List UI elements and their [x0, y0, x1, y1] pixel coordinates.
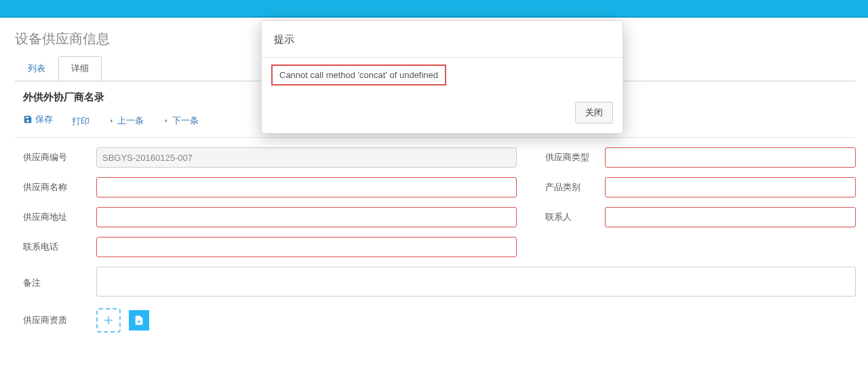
- contact-phone-input[interactable]: [96, 237, 517, 257]
- modal-error-message: Cannot call method 'concat' of undefined: [271, 64, 446, 86]
- contact-person-input[interactable]: [605, 207, 856, 227]
- chevron-left-icon: [108, 117, 115, 124]
- file-plus-icon: [134, 315, 144, 326]
- label-product-cat: 产品类别: [537, 181, 605, 193]
- label-supplier-type: 供应商类型: [537, 151, 605, 164]
- supplier-code-input: [96, 147, 517, 168]
- label-supplier-addr: 供应商地址: [15, 211, 96, 223]
- modal-title: 提示: [262, 21, 623, 58]
- label-supplier-name: 供应商名称: [15, 181, 96, 193]
- print-button[interactable]: 打印: [72, 115, 90, 128]
- supplier-addr-input[interactable]: [96, 207, 517, 227]
- tab-list[interactable]: 列表: [15, 56, 58, 81]
- label-qualification: 供应商资质: [15, 314, 96, 326]
- print-label: 打印: [72, 115, 90, 128]
- prev-button[interactable]: 上一条: [108, 115, 144, 127]
- supplier-type-input[interactable]: [605, 147, 856, 168]
- next-button[interactable]: 下一条: [163, 115, 199, 127]
- top-bar: [0, 0, 868, 18]
- upload-add-button[interactable]: [129, 310, 149, 330]
- label-supplier-code: 供应商编号: [15, 151, 96, 164]
- tab-detail[interactable]: 详细: [58, 56, 102, 81]
- supplier-name-input[interactable]: [96, 177, 517, 197]
- label-contact-phone: 联系电话: [15, 241, 96, 253]
- next-label: 下一条: [172, 115, 199, 127]
- form: 供应商编号 供应商类型 供应商名称 产品类别 供应商地址: [15, 138, 856, 333]
- label-contact-person: 联系人: [537, 211, 605, 223]
- label-remark: 备注: [15, 277, 96, 289]
- chevron-right-icon: [163, 117, 170, 124]
- plus-dashed-icon: [102, 314, 115, 327]
- upload-dropzone[interactable]: [96, 308, 121, 333]
- remark-textarea[interactable]: [96, 267, 856, 297]
- save-button[interactable]: 保存: [23, 113, 53, 126]
- modal-close-button[interactable]: 关闭: [575, 102, 613, 124]
- alert-modal: 提示 Cannot call method 'concat' of undefi…: [261, 20, 623, 134]
- product-cat-input[interactable]: [605, 177, 856, 197]
- prev-label: 上一条: [117, 115, 144, 127]
- save-icon: [23, 115, 33, 124]
- save-label: 保存: [35, 113, 53, 126]
